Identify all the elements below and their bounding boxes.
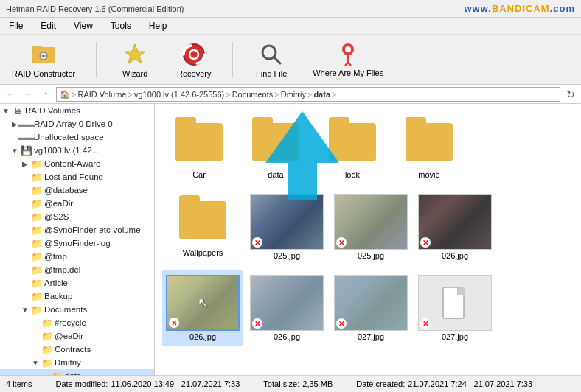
sidebar-item-s2s[interactable]: 📁 @S2S [0,210,154,223]
refresh-button[interactable]: ↻ [563,87,578,102]
sidebar-item-content-aware[interactable]: ▶ 📁 Content-Aware [0,157,154,170]
file-item-car[interactable]: Car [162,111,236,183]
sidebar-item-unallocated[interactable]: ▬▬ Unallocated space [0,130,154,144]
wizard-label: Wizard [122,69,147,78]
sidebar-label-database: @database [44,186,88,195]
expand-vg1000[interactable]: ▼ [10,146,19,155]
sidebar-item-doc-eaDir[interactable]: 📁 @eaDir [0,329,154,343]
nav-forward-button[interactable]: → [21,87,35,102]
sidebar-item-documents[interactable]: ▼ 📁 Documents [0,303,154,316]
date-modified-label: Date modified: [55,379,108,388]
wizard-icon [122,41,148,68]
svg-point-10 [345,46,351,52]
wizard-button[interactable]: Wizard [111,38,159,81]
statusbar: 4 items Date modified: 11.06.2020 13:49 … [0,375,581,392]
path-raid-volume[interactable]: RAID Volume [77,90,126,99]
sidebar-item-raid-array[interactable]: ▶ ▬▬ RAID Array 0 Drive 0 [0,117,154,130]
date-created-value: 21.07.2021 7:24 - 21.07.2021 7:33 [408,379,532,388]
deleted-mark-026-3 [252,318,262,329]
status-items-count: 4 items [6,379,32,388]
file-item-img025-1[interactable]: 025.jpg [246,189,327,265]
where-are-my-files-button[interactable]: Where Are My Files [307,38,389,81]
sidebar-item-synofinder-etc[interactable]: 📁 @SynoFinder-etc-volume [0,223,154,237]
sidebar-item-data[interactable]: 📁 data [0,369,154,375]
file-label-img027-1: 027.jpg [358,332,384,341]
path-data[interactable]: data [313,90,330,99]
sidebar-item-contracts[interactable]: 📁 Contracts [0,343,154,356]
file-label-img025-1: 025.jpg [274,251,300,260]
menubar: File Edit View Tools Help [0,18,581,35]
file-label-movie: movie [418,170,439,179]
menu-tools[interactable]: Tools [108,19,134,32]
sidebar-label-eaDir: @eaDir [44,199,73,208]
sidebar-item-database[interactable]: 📁 @database [0,183,154,197]
sidebar-label-unallocated: Unallocated space [34,133,104,141]
address-path[interactable]: 🏠 > RAID Volume > vg1000.lv (1.42.6-2555… [56,87,560,102]
file-item-movie[interactable]: movie [392,111,466,183]
file-item-data[interactable]: data [239,111,313,183]
file-item-look[interactable]: look [316,111,389,183]
sidebar-item-recycle[interactable]: 📁 #recycle [0,316,154,329]
toolbar-sep-1 [96,42,97,77]
deleted-mark-025-1 [252,237,262,248]
items-count-value: 4 items [6,379,32,388]
date-created-label: Date created: [356,379,405,388]
status-date-created: Date created: 21.07.2021 7:24 - 21.07.20… [356,379,532,388]
sidebar-item-dmitriy[interactable]: ▼ 📁 Dmitriy [0,356,154,369]
recovery-label: Recovery [177,69,211,78]
sidebar-item-synofinder-log[interactable]: 📁 @SynoFinder-log [0,237,154,250]
file-item-img027-2[interactable]: 027.jpg [414,270,495,346]
expand-dmitriy[interactable]: ▼ [31,358,40,367]
sidebar-item-lost-found[interactable]: 📁 Lost and Found [0,170,154,183]
sidebar-item-article[interactable]: 📁 Article [0,276,154,290]
file-item-img027-1[interactable]: 027.jpg [330,270,411,346]
recovery-button[interactable]: Recovery [170,38,218,81]
folder-icon-car [173,116,226,169]
file-item-img025-2[interactable]: 025.jpg [330,189,411,265]
expand-raid-volumes[interactable]: ▼ [1,106,10,115]
app-title: Hetman RAID Recovery 1.6 (Commercial Edi… [6,4,184,13]
thumbnail-img027-2 [418,275,492,331]
thumbnail-img025-2 [334,194,408,250]
file-label-data: data [268,170,283,179]
sidebar-item-eaDir[interactable]: 📁 @eaDir [0,197,154,210]
sidebar-item-raid-volumes[interactable]: ▼ 🖥 RAID Volumes [0,104,154,117]
menu-edit[interactable]: Edit [38,19,59,32]
path-documents[interactable]: Documents [232,90,274,99]
cursor-overlay: ↖ [198,295,209,311]
expand-documents[interactable]: ▼ [21,305,29,314]
expand-content-aware[interactable]: ▶ [21,159,29,168]
file-item-img026-2[interactable]: ↖ 026.jpg [162,270,243,346]
thumbnail-img025-1 [250,194,324,250]
svg-rect-1 [32,46,42,49]
sidebar-label-raid-volumes: RAID Volumes [25,106,80,115]
file-item-img026-3[interactable]: 026.jpg [246,270,327,346]
path-vg1000[interactable]: vg1000.lv (1.42.6-25556) [134,90,224,99]
deleted-mark-026-2 [169,318,179,328]
file-item-wallpapers[interactable]: Wallpapers [162,189,243,262]
menu-help[interactable]: Help [146,19,170,32]
raid-constructor-icon [30,41,57,68]
nav-up-button[interactable]: ↑ [38,87,53,102]
deleted-mark-027-1 [336,318,347,329]
menu-file[interactable]: File [6,19,26,32]
nav-back-button[interactable]: ← [3,87,18,102]
raid-constructor-label: RAID Constructor [12,69,75,78]
path-dmitriy[interactable]: Dmitriy [281,90,306,99]
sidebar-label-tmp: @tmp [44,252,67,261]
menu-view[interactable]: View [71,19,96,32]
sidebar-label-vg1000: vg1000.lv (1.42... [34,146,99,155]
sidebar-item-vg1000[interactable]: ▼ 💾 vg1000.lv (1.42... [0,144,154,157]
sidebar-item-tmp-del[interactable]: 📁 @tmp.del [0,263,154,276]
sidebar-label-content-aware: Content-Aware [44,159,101,168]
svg-line-8 [274,57,280,63]
file-label-look: look [345,170,360,179]
svg-rect-13 [458,287,465,295]
file-label-img026-3: 026.jpg [274,332,300,341]
find-file-button[interactable]: Find File [248,38,295,81]
sidebar-item-backup[interactable]: 📁 Backup [0,290,154,303]
file-item-img026-1[interactable]: 026.jpg [414,189,495,265]
raid-constructor-button[interactable]: RAID Constructor [6,38,81,81]
sidebar-item-tmp[interactable]: 📁 @tmp [0,250,154,263]
folder-icon-data [249,116,302,169]
